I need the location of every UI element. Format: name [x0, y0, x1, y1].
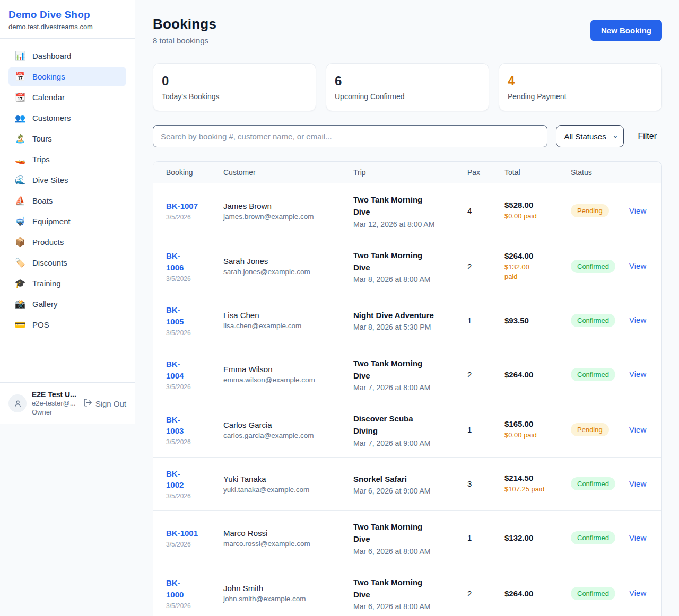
trip-name: Discover Scuba Diving: [353, 412, 438, 437]
dive-sites-icon: 🌊: [15, 176, 25, 184]
booking-number-link[interactable]: BK-1005: [166, 304, 184, 328]
sidebar-item-trips[interactable]: 🚤 Trips: [8, 149, 126, 169]
trips-icon: 🚤: [15, 155, 25, 164]
gallery-icon: 📸: [15, 300, 25, 309]
table-row: BK-1005 3/5/2026 Lisa Chen lisa.chen@exa…: [153, 294, 662, 347]
total-amount: $264.00: [504, 370, 558, 379]
pax-count: 4: [467, 206, 492, 215]
sidebar-item-label: Trips: [32, 155, 50, 164]
customer-email: emma.wilson@example.com: [223, 376, 341, 384]
total-amount: $264.00: [504, 589, 558, 598]
customer-name: Carlos Garcia: [223, 420, 341, 429]
sidebar-item-bookings[interactable]: 📅 Bookings: [8, 67, 126, 86]
total-amount: $165.00: [504, 419, 558, 428]
sidebar-item-calendar[interactable]: 📆 Calendar: [8, 87, 126, 107]
col-header-actions: [623, 162, 662, 183]
stat-label: Today's Bookings: [162, 92, 307, 101]
view-link[interactable]: View: [629, 533, 646, 542]
booking-number-link[interactable]: BK-1007: [166, 200, 198, 212]
view-link[interactable]: View: [629, 479, 646, 488]
sidebar-item-pos[interactable]: 💳 POS: [8, 315, 126, 335]
trip-name: Snorkel Safari: [353, 473, 438, 485]
trip-name: Two Tank Morning Dive: [353, 193, 438, 218]
status-badge: Confirmed: [571, 368, 615, 381]
table-row: BK-1000 3/5/2026 John Smith john.smith@e…: [153, 566, 662, 616]
stats-row: 0 Today's Bookings 6 Upcoming Confirmed …: [153, 63, 662, 111]
booking-date: 3/5/2026: [166, 383, 211, 391]
pax-count: 2: [467, 370, 492, 379]
col-header-trip: Trip: [347, 162, 461, 183]
pax-count: 1: [467, 425, 492, 434]
customer-email: yuki.tanaka@example.com: [223, 486, 341, 494]
table-row: BK-1002 3/5/2026 Yuki Tanaka yuki.tanaka…: [153, 457, 662, 511]
products-icon: 📦: [15, 238, 25, 247]
col-header-pax: Pax: [461, 162, 498, 183]
sidebar-item-label: POS: [32, 320, 49, 329]
col-header-status: Status: [564, 162, 623, 183]
sidebar-item-label: Calendar: [32, 93, 65, 102]
booking-number-link[interactable]: BK-1004: [166, 358, 184, 382]
sidebar-item-discounts[interactable]: 🏷️ Discounts: [8, 253, 126, 272]
booking-date: 3/5/2026: [166, 275, 211, 283]
filter-button[interactable]: Filter: [632, 128, 662, 144]
view-link[interactable]: View: [629, 588, 646, 597]
sidebar-item-products[interactable]: 📦 Products: [8, 232, 126, 252]
sidebar-item-boats[interactable]: ⛵ Boats: [8, 191, 126, 210]
trip-name: Two Tank Morning Dive: [353, 521, 438, 545]
search-input[interactable]: [153, 125, 547, 147]
page-title-block: Bookings 8 total bookings: [153, 16, 216, 45]
stat-card-todays-bookings: 0 Today's Bookings: [153, 63, 316, 111]
sidebar-item-gallery[interactable]: 📸 Gallery: [8, 294, 126, 314]
stat-card-pending-payment: 4 Pending Payment: [499, 63, 662, 111]
view-link[interactable]: View: [629, 425, 646, 434]
page-title: Bookings: [153, 16, 216, 32]
sidebar-item-label: Dive Sites: [32, 175, 68, 184]
customer-name: Yuki Tanaka: [223, 474, 341, 483]
user-name: E2E Test U...: [32, 390, 76, 399]
view-link[interactable]: View: [629, 315, 646, 324]
sidebar-item-training[interactable]: 🎓 Training: [8, 274, 126, 293]
trip-name: Night Dive Adventure: [353, 309, 438, 321]
trip-datetime: Mar 7, 2026 at 8:00 AM: [353, 383, 455, 392]
booking-date: 3/5/2026: [166, 329, 211, 337]
customer-name: Marco Rossi: [223, 529, 341, 538]
discounts-icon: 🏷️: [15, 259, 25, 267]
shop-name: Demo Dive Shop: [8, 9, 126, 21]
total-amount: $264.00: [504, 251, 558, 260]
booking-number-link[interactable]: BK-1003: [166, 414, 184, 437]
stat-label: Upcoming Confirmed: [335, 92, 480, 101]
view-link[interactable]: View: [629, 206, 646, 215]
stat-value: 6: [335, 74, 480, 89]
sidebar-item-customers[interactable]: 👥 Customers: [8, 108, 126, 128]
booking-number-link[interactable]: BK-1000: [166, 577, 184, 601]
sidebar-item-label: Boats: [32, 196, 53, 205]
training-icon: 🎓: [15, 279, 25, 288]
table-controls: All Statuses ⌄ Filter: [153, 125, 662, 147]
user-email: e2e-tester@...: [32, 399, 76, 408]
trip-datetime: Mar 12, 2026 at 8:00 AM: [353, 220, 455, 228]
sidebar-item-tours[interactable]: 🏝️ Tours: [8, 129, 126, 148]
sidebar-item-equipment[interactable]: 🤿 Equipment: [8, 212, 126, 231]
stat-value: 4: [508, 74, 653, 89]
status-filter-select[interactable]: All Statuses: [556, 125, 624, 147]
sign-out-button[interactable]: Sign Out: [83, 398, 126, 409]
view-link[interactable]: View: [629, 261, 646, 270]
user-info: E2E Test U... e2e-tester@... Owner: [32, 390, 76, 417]
sidebar-item-dive-sites[interactable]: 🌊 Dive Sites: [8, 170, 126, 190]
customer-email: marco.rossi@example.com: [223, 540, 341, 548]
view-link[interactable]: View: [629, 369, 646, 379]
trip-name: Two Tank Morning Dive: [353, 249, 438, 274]
booking-number-link[interactable]: BK-1002: [166, 468, 184, 491]
sidebar-item-label: Products: [32, 237, 64, 247]
sidebar-item-dashboard[interactable]: 📊 Dashboard: [8, 46, 126, 66]
col-header-customer: Customer: [217, 162, 347, 183]
status-badge: Pending: [571, 423, 609, 436]
customer-name: John Smith: [223, 584, 341, 593]
booking-number-link[interactable]: BK-1001: [166, 527, 198, 539]
booking-number-link[interactable]: BK-1006: [166, 250, 184, 274]
paid-amount: $0.00 paid: [504, 430, 558, 440]
new-booking-button[interactable]: New Booking: [590, 20, 662, 41]
bookings-tbody: BK-1007 3/5/2026 James Brown james.brown…: [153, 183, 662, 616]
status-badge: Confirmed: [571, 477, 615, 490]
customer-email: sarah.jones@example.com: [223, 268, 341, 276]
